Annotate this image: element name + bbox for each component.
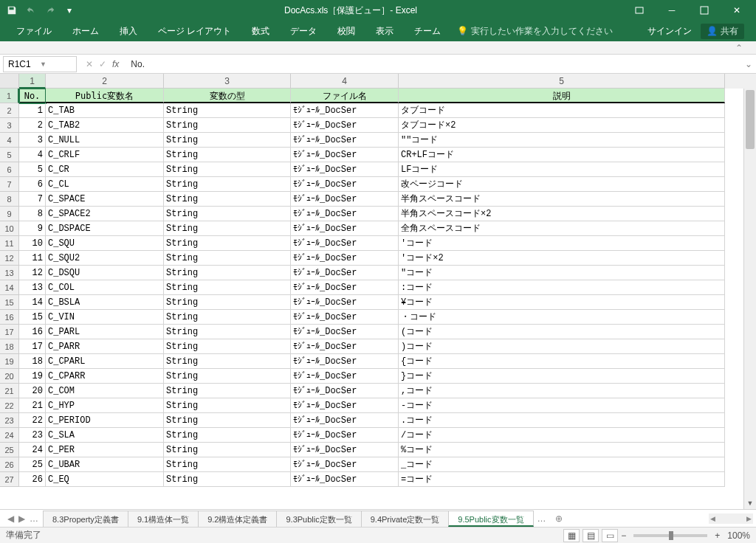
data-cell[interactable]: 4	[19, 148, 46, 162]
accept-formula-icon[interactable]: ✓	[99, 59, 106, 69]
data-cell[interactable]: C_PERIOD	[46, 413, 164, 428]
data-cell[interactable]: 8	[19, 207, 46, 221]
data-cell[interactable]: C_SLA	[46, 428, 164, 443]
row-header[interactable]: 7	[0, 177, 19, 192]
data-cell[interactable]: String	[164, 428, 291, 443]
ribbon-tab[interactable]: 挿入	[109, 21, 148, 41]
sheet-tab[interactable]: 9.3Public定数一覧	[276, 511, 361, 527]
row-header[interactable]: 23	[0, 413, 19, 428]
data-cell[interactable]: ﾓｼﾞｭｰﾙ_DocSer	[291, 413, 399, 428]
ribbon-tab[interactable]: 表示	[365, 21, 404, 41]
data-cell[interactable]: }コード	[399, 369, 725, 384]
row-header[interactable]: 25	[0, 443, 19, 457]
redo-icon[interactable]	[41, 1, 59, 19]
data-cell[interactable]: .コード	[399, 413, 725, 428]
data-cell[interactable]: =コード	[399, 472, 725, 487]
data-cell[interactable]: 16	[19, 325, 46, 339]
formula-input[interactable]: No.	[125, 59, 741, 69]
data-cell[interactable]: C_CRLF	[46, 148, 164, 162]
data-cell[interactable]: ﾓｼﾞｭｰﾙ_DocSer	[291, 221, 399, 236]
data-cell[interactable]: String	[164, 310, 291, 325]
row-header[interactable]: 1	[0, 89, 19, 103]
data-cell[interactable]: String	[164, 339, 291, 354]
row-header[interactable]: 11	[0, 236, 19, 251]
data-cell[interactable]: _コード	[399, 457, 725, 472]
chevron-down-icon[interactable]: ▼	[40, 60, 72, 68]
row-header[interactable]: 6	[0, 162, 19, 177]
data-cell[interactable]: 改ページコード	[399, 177, 725, 192]
data-cell[interactable]: 21	[19, 398, 46, 413]
page-layout-view-icon[interactable]: ▤	[583, 529, 599, 542]
data-cell[interactable]: ﾓｼﾞｭｰﾙ_DocSer	[291, 251, 399, 266]
close-icon[interactable]: ✕	[721, 0, 753, 21]
horizontal-scrollbar[interactable]: ◀▶	[709, 513, 753, 524]
data-cell[interactable]: ﾓｼﾞｭｰﾙ_DocSer	[291, 443, 399, 457]
data-cell[interactable]: C_COL	[46, 280, 164, 295]
data-cell[interactable]: 'コード×2	[399, 251, 725, 266]
data-cell[interactable]: タブコード×2	[399, 118, 725, 133]
zoom-in-icon[interactable]: +	[715, 530, 720, 541]
signin-link[interactable]: サインイン	[647, 25, 692, 38]
row-header[interactable]: 19	[0, 354, 19, 369]
data-cell[interactable]: C_NULL	[46, 133, 164, 148]
name-box[interactable]: R1C1 ▼	[3, 56, 77, 72]
data-cell[interactable]: 12	[19, 266, 46, 280]
data-cell[interactable]: String	[164, 295, 291, 310]
data-cell[interactable]: C_CR	[46, 162, 164, 177]
share-button[interactable]: 👤共有	[701, 24, 744, 39]
qat-dropdown-icon[interactable]: ▾	[61, 1, 78, 19]
data-cell[interactable]: 9	[19, 221, 46, 236]
sheet-nav-next-icon[interactable]: ▶	[17, 513, 27, 524]
data-cell[interactable]: 20	[19, 384, 46, 398]
data-cell[interactable]: )コード	[399, 339, 725, 354]
column-header[interactable]: 5	[399, 74, 725, 89]
data-cell[interactable]: String	[164, 280, 291, 295]
data-cell[interactable]: String	[164, 325, 291, 339]
cancel-formula-icon[interactable]: ✕	[86, 59, 93, 69]
sheet-nav-more-icon[interactable]: …	[28, 513, 40, 524]
ribbon-tab[interactable]: ホーム	[62, 21, 109, 41]
data-cell[interactable]: C_EQ	[46, 472, 164, 487]
data-cell[interactable]: ﾓｼﾞｭｰﾙ_DocSer	[291, 266, 399, 280]
data-cell[interactable]: String	[164, 207, 291, 221]
data-cell[interactable]: C_SQU	[46, 236, 164, 251]
zoom-out-icon[interactable]: −	[621, 530, 626, 541]
minimize-icon[interactable]: ─	[656, 0, 688, 21]
row-header[interactable]: 16	[0, 310, 19, 325]
data-cell[interactable]: C_SPACE	[46, 192, 164, 207]
ribbon-tab[interactable]: ページ レイアウト	[148, 21, 241, 41]
data-cell[interactable]: ﾓｼﾞｭｰﾙ_DocSer	[291, 354, 399, 369]
data-cell[interactable]: ﾓｼﾞｭｰﾙ_DocSer	[291, 457, 399, 472]
data-cell[interactable]: String	[164, 251, 291, 266]
data-cell[interactable]: ﾓｼﾞｭｰﾙ_DocSer	[291, 384, 399, 398]
header-cell[interactable]: No.	[19, 89, 46, 103]
column-header[interactable]: 3	[164, 74, 291, 89]
data-cell[interactable]: String	[164, 133, 291, 148]
data-cell[interactable]: ﾓｼﾞｭｰﾙ_DocSer	[291, 280, 399, 295]
data-cell[interactable]: 19	[19, 369, 46, 384]
data-cell[interactable]: C_PARL	[46, 325, 164, 339]
data-cell[interactable]: C_BSLA	[46, 295, 164, 310]
data-cell[interactable]: 17	[19, 339, 46, 354]
data-cell[interactable]: C_CL	[46, 177, 164, 192]
data-cell[interactable]: (コード	[399, 325, 725, 339]
tell-me[interactable]: 💡 実行したい作業を入力してください	[457, 25, 613, 38]
row-header[interactable]: 12	[0, 251, 19, 266]
data-cell[interactable]: 14	[19, 295, 46, 310]
data-cell[interactable]: C_CPARL	[46, 354, 164, 369]
data-cell[interactable]: String	[164, 148, 291, 162]
row-header[interactable]: 15	[0, 295, 19, 310]
data-cell[interactable]: C_PARR	[46, 339, 164, 354]
data-cell[interactable]: ""コード	[399, 133, 725, 148]
data-cell[interactable]: String	[164, 177, 291, 192]
data-cell[interactable]: %コード	[399, 443, 725, 457]
sheet-tab[interactable]: 9.1構造体一覧	[128, 511, 199, 527]
data-cell[interactable]: ﾓｼﾞｭｰﾙ_DocSer	[291, 162, 399, 177]
row-header[interactable]: 21	[0, 384, 19, 398]
sheet-tab[interactable]: 9.2構造体定義書	[198, 511, 277, 527]
data-cell[interactable]: String	[164, 472, 291, 487]
row-header[interactable]: 24	[0, 428, 19, 443]
column-header[interactable]: 1	[19, 74, 46, 89]
save-icon[interactable]	[3, 1, 21, 19]
data-cell[interactable]: ﾓｼﾞｭｰﾙ_DocSer	[291, 339, 399, 354]
